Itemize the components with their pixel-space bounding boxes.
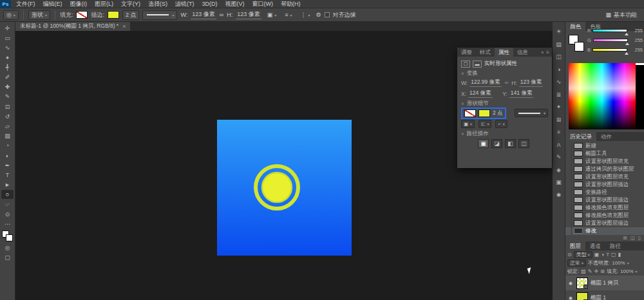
align-edges-checkbox[interactable]	[325, 12, 330, 17]
opacity-value[interactable]: 100%	[612, 260, 625, 266]
history-source-well[interactable]	[565, 142, 572, 149]
history-source-well[interactable]	[565, 227, 572, 235]
delete-state-icon[interactable]: ▯	[638, 235, 641, 241]
fill-opacity-value[interactable]: 100%	[620, 268, 633, 274]
history-item[interactable]: 修改颜色填充图层	[565, 203, 644, 211]
layer-name[interactable]: 椭圆 1	[591, 294, 606, 300]
collapsed-panel-icon[interactable]: ∿	[556, 79, 562, 85]
stroke-type-dropdown[interactable]: ▾	[515, 109, 548, 117]
history-brush-tool-icon[interactable]: ↺	[1, 112, 14, 121]
link-dimensions-icon[interactable]: ∞	[505, 80, 509, 86]
collapsed-panel-icon[interactable]: ◫	[556, 53, 562, 60]
quick-mask-icon[interactable]: ◎	[1, 243, 14, 252]
hue-ramp[interactable]	[569, 63, 636, 129]
collapsed-panel-icon[interactable]: ✱	[556, 192, 562, 198]
history-item[interactable]: 设置形状图层填充	[565, 173, 644, 180]
width-field[interactable]: 123 像素	[191, 10, 216, 19]
blur-tool-icon[interactable]: ◔	[1, 141, 14, 150]
foreground-background-swatches[interactable]	[2, 230, 13, 241]
history-item-selected[interactable]: 修改	[565, 227, 644, 235]
collapsed-panel-icon[interactable]: ☀	[556, 28, 561, 35]
color-spectrum-picker[interactable]	[569, 63, 644, 129]
layer-thumbnail[interactable]	[576, 277, 588, 289]
tab-history[interactable]: 历史记录	[565, 132, 596, 141]
ellipse-tool-icon[interactable]: ○	[1, 190, 14, 199]
collapsed-panel-icon[interactable]: ≣	[556, 91, 562, 98]
collapse-panel-icon[interactable]: «	[541, 50, 544, 55]
history-item[interactable]: 通过拷贝的形状图层	[565, 165, 644, 173]
create-snapshot-icon[interactable]: ◫	[630, 235, 635, 241]
link-dimensions-icon[interactable]: ∞	[220, 12, 223, 18]
history-source-well[interactable]	[565, 165, 572, 173]
red-value[interactable]: 255	[634, 28, 643, 33]
history-source-well[interactable]	[565, 211, 572, 219]
layer-thumbnail[interactable]	[576, 292, 588, 300]
layer-filter-dropdown[interactable]: 类型 ▾	[574, 251, 592, 258]
menu-window[interactable]: 窗口(W)	[249, 0, 278, 8]
slider-handle[interactable]	[625, 42, 629, 45]
panel-menu-icon[interactable]: ≡	[546, 50, 549, 55]
lock-transparent-icon[interactable]: ▨	[581, 268, 586, 274]
collapsed-panel-icon[interactable]: ▤	[556, 41, 562, 48]
slider-handle[interactable]	[625, 33, 629, 35]
collapsed-panel-icon[interactable]: ✎	[556, 154, 562, 160]
shape-stroke-width-field[interactable]: 2 点	[493, 109, 503, 117]
path-alignment-button[interactable]: ≡ ▾	[282, 10, 294, 20]
tab-paths[interactable]: 路径	[605, 241, 625, 250]
collapsed-panel-icon[interactable]: ✦	[556, 104, 562, 110]
height-field[interactable]: 123 像素	[519, 79, 544, 87]
path-selection-tool-icon[interactable]: ►	[1, 180, 14, 189]
shape-stroke-swatch[interactable]	[478, 109, 490, 117]
stroke-align-dropdown[interactable]: ▣ ▾	[461, 120, 475, 128]
type-tool-icon[interactable]: T	[1, 171, 14, 180]
black-white-ramp[interactable]	[636, 63, 644, 129]
collapsed-panel-icon[interactable]: ⊞	[556, 117, 562, 123]
zoom-tool-icon[interactable]: ⊙	[1, 210, 14, 219]
filter-pixel-layers-icon[interactable]: ▣	[594, 252, 600, 258]
color-panel-swatches[interactable]	[569, 35, 584, 52]
history-source-well[interactable]	[565, 173, 572, 180]
red-slider[interactable]	[592, 29, 627, 32]
history-item[interactable]: 设置形状图层描边	[565, 180, 644, 188]
green-value[interactable]: 255	[634, 37, 643, 43]
move-tool-icon[interactable]: ✛	[1, 24, 14, 33]
history-item[interactable]: 设置形状图层填充	[565, 157, 644, 165]
tab-actions[interactable]: 动作	[596, 132, 616, 141]
create-document-from-state-icon[interactable]: ⊞	[623, 235, 627, 241]
blend-mode-dropdown[interactable]: 正常 ▾	[567, 259, 586, 267]
menu-image[interactable]: 图像(I)	[66, 0, 91, 8]
path-operations-section-header[interactable]: ∨ 路径操作	[461, 129, 548, 138]
blue-slider[interactable]	[592, 48, 627, 52]
gradient-tool-icon[interactable]: ▨	[1, 131, 14, 140]
y-field[interactable]: 141 像素	[509, 89, 534, 98]
history-item[interactable]: 设置形状图层描边	[565, 196, 644, 203]
slider-handle[interactable]	[625, 52, 629, 55]
tab-properties[interactable]: 属性	[495, 48, 513, 57]
menu-edit[interactable]: 编辑(E)	[39, 0, 66, 8]
background-color-swatch[interactable]	[6, 234, 13, 241]
height-field[interactable]: 123 像素	[236, 10, 261, 19]
pen-tool-icon[interactable]: ✒	[1, 161, 14, 170]
history-item[interactable]: 椭圆工具	[565, 149, 644, 157]
filter-type-layers-icon[interactable]: T	[606, 252, 609, 258]
dodge-tool-icon[interactable]: ◐	[1, 151, 14, 160]
stroke-caps-dropdown[interactable]: ⊏ ▾	[478, 120, 491, 128]
mask-properties-icon[interactable]: ▬	[473, 61, 482, 68]
history-source-well[interactable]	[565, 203, 572, 211]
geometry-options-gear-icon[interactable]: ⚙	[316, 12, 321, 18]
eyedropper-tool-icon[interactable]: ✐	[1, 73, 14, 82]
history-source-well[interactable]	[565, 157, 572, 165]
blue-value[interactable]: 255	[634, 47, 643, 53]
filter-shape-layers-icon[interactable]: ▢	[611, 252, 616, 258]
tab-color[interactable]: 颜色	[565, 22, 585, 31]
combine-shapes-icon[interactable]: ▣	[478, 139, 489, 148]
history-source-well[interactable]	[565, 219, 572, 227]
x-field[interactable]: 124 像素	[468, 89, 493, 98]
menu-file[interactable]: 文件(F)	[12, 0, 39, 8]
clone-stamp-tool-icon[interactable]: ⊡	[1, 102, 14, 111]
tab-adjustments[interactable]: 调整	[457, 48, 476, 57]
collapsed-panel-icon[interactable]: ◈	[556, 167, 561, 173]
path-operations-button[interactable]: ▣ ▾	[265, 10, 279, 20]
brush-tool-icon[interactable]: ✎	[1, 92, 14, 101]
menu-select[interactable]: 选择(S)	[144, 0, 171, 8]
